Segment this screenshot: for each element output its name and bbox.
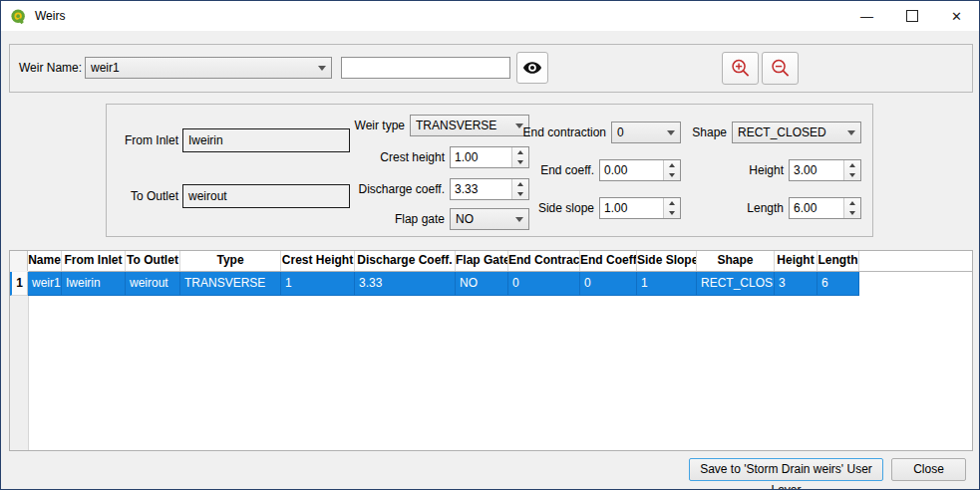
- weir-type-combobox[interactable]: TRANSVERSE: [410, 115, 529, 136]
- chevron-down-icon: [313, 58, 331, 78]
- table-cell[interactable]: Iweirin: [62, 272, 126, 296]
- height-label: Height: [704, 159, 784, 181]
- table-cell[interactable]: weirout: [126, 272, 180, 296]
- end-coeff-spinbox[interactable]: 0.00: [599, 159, 681, 181]
- column-header-shape[interactable]: Shape: [697, 251, 775, 271]
- from-inlet-label: From Inlet: [99, 129, 178, 151]
- close-icon: ✕: [951, 9, 962, 24]
- spin-up-icon[interactable]: [512, 147, 528, 157]
- table-corner[interactable]: [10, 251, 28, 271]
- column-header-name[interactable]: Name: [28, 251, 62, 271]
- close-button[interactable]: ✕: [934, 1, 979, 31]
- maximize-icon: [906, 10, 918, 22]
- flap-gate-label: Flap gate: [345, 208, 445, 230]
- column-header-crest-height[interactable]: Crest Height: [281, 251, 355, 271]
- weir-filter-input[interactable]: [341, 57, 510, 79]
- table-cell[interactable]: 0: [580, 272, 637, 296]
- shape-value: RECT_CLOSED: [738, 125, 842, 139]
- shape-combobox[interactable]: RECT_CLOSED: [732, 122, 861, 143]
- to-outlet-label: To Outlet: [99, 185, 178, 207]
- table-body: 1weir1IweirinweiroutTRANSVERSE13.33NO001…: [10, 272, 972, 296]
- spin-down-icon[interactable]: [664, 208, 680, 218]
- spin-down-icon[interactable]: [844, 208, 860, 218]
- magnifier-minus-icon: [770, 58, 791, 79]
- end-contraction-combobox[interactable]: 0: [611, 122, 681, 143]
- chevron-down-icon: [842, 122, 860, 142]
- weirs-table: NameFrom InletTo OutletTypeCrest HeightD…: [9, 250, 973, 451]
- table-row: 1weir1IweirinweiroutTRANSVERSE13.33NO001…: [10, 272, 972, 296]
- spin-up-icon[interactable]: [844, 198, 860, 208]
- column-header-discharge-coeff-[interactable]: Discharge Coeff.: [355, 251, 456, 271]
- column-header-end-contrac-[interactable]: End Contrac.: [508, 251, 580, 271]
- table-cell[interactable]: NO: [456, 272, 508, 296]
- minimize-icon: —: [860, 9, 873, 24]
- window-title: Weirs: [35, 9, 65, 23]
- weirs-dialog: Weirs — ✕ Weir Name: weir1: [0, 0, 980, 490]
- spin-up-icon[interactable]: [664, 160, 680, 170]
- column-header-end-coeff-[interactable]: End Coeff.: [580, 251, 637, 271]
- eye-icon: [522, 61, 542, 75]
- column-header-flap-gate[interactable]: Flap Gate: [456, 251, 508, 271]
- close-dialog-button[interactable]: Close: [891, 458, 966, 481]
- column-header-from-inlet[interactable]: From Inlet: [62, 251, 126, 271]
- weir-name-combobox-value: weir1: [91, 61, 313, 75]
- side-slope-value: 1.00: [600, 198, 663, 218]
- save-to-user-layer-button[interactable]: Save to 'Storm Drain weirs' User Layer: [689, 458, 883, 481]
- length-label: Length: [704, 197, 784, 219]
- end-coeff-label: End coeff.: [509, 159, 594, 181]
- shape-label: Shape: [687, 122, 727, 143]
- spin-down-icon[interactable]: [664, 170, 680, 180]
- weir-name-combobox[interactable]: weir1: [85, 57, 332, 79]
- table-cell[interactable]: 3: [775, 272, 817, 296]
- to-outlet-field[interactable]: weirout: [182, 184, 350, 208]
- zoom-in-button[interactable]: [722, 52, 759, 85]
- qgis-logo-icon: [10, 8, 27, 25]
- discharge-coeff-value: 3.33: [451, 179, 511, 199]
- magnifier-plus-icon: [730, 58, 751, 79]
- row-number[interactable]: 1: [10, 272, 28, 296]
- height-value: 3.00: [790, 160, 843, 180]
- column-header-to-outlet[interactable]: To Outlet: [126, 251, 180, 271]
- row-header-strip: [10, 271, 29, 450]
- column-header-length[interactable]: Length: [817, 251, 859, 271]
- crest-height-label: Crest height: [345, 146, 445, 168]
- chevron-down-icon: [662, 122, 680, 142]
- maximize-button[interactable]: [889, 1, 934, 31]
- zoom-out-button[interactable]: [762, 52, 799, 85]
- discharge-coeff-label: Discharge coeff.: [335, 178, 445, 200]
- weir-type-label: Weir type: [305, 115, 405, 136]
- height-spinbox[interactable]: 3.00: [789, 159, 861, 181]
- spin-up-icon[interactable]: [664, 198, 680, 208]
- weir-name-label: Weir Name:: [19, 57, 81, 79]
- end-contraction-value: 0: [617, 125, 662, 139]
- spin-up-icon[interactable]: [844, 160, 860, 170]
- table-cell[interactable]: 6: [817, 272, 859, 296]
- table-cell[interactable]: weir1: [28, 272, 62, 296]
- column-header-side-slope[interactable]: Side Slope: [637, 251, 697, 271]
- minimize-button[interactable]: —: [844, 1, 889, 31]
- table-cell[interactable]: 3.33: [355, 272, 456, 296]
- length-value: 6.00: [790, 198, 843, 218]
- end-contraction-label: End contraction: [521, 122, 606, 143]
- eye-button[interactable]: [516, 52, 548, 84]
- table-cell[interactable]: RECT_CLOSED: [697, 272, 775, 296]
- table-header-row: NameFrom InletTo OutletTypeCrest HeightD…: [10, 251, 972, 272]
- table-cell[interactable]: 1: [281, 272, 355, 296]
- column-header-type[interactable]: Type: [180, 251, 281, 271]
- side-slope-label: Side slope: [509, 197, 594, 219]
- weir-type-value: TRANSVERSE: [416, 119, 510, 132]
- table-cell[interactable]: TRANSVERSE: [180, 272, 281, 296]
- table-cell[interactable]: 0: [508, 272, 580, 296]
- length-spinbox[interactable]: 6.00: [789, 197, 861, 219]
- crest-height-value: 1.00: [451, 147, 511, 167]
- flap-gate-value: NO: [456, 212, 510, 226]
- window-controls: — ✕: [844, 1, 979, 31]
- column-header-height[interactable]: Height: [775, 251, 817, 271]
- side-slope-spinbox[interactable]: 1.00: [599, 197, 681, 219]
- end-coeff-value: 0.00: [600, 160, 663, 180]
- spin-down-icon[interactable]: [844, 170, 860, 180]
- table-cell[interactable]: 1: [637, 272, 697, 296]
- title-bar: Weirs — ✕: [1, 1, 979, 31]
